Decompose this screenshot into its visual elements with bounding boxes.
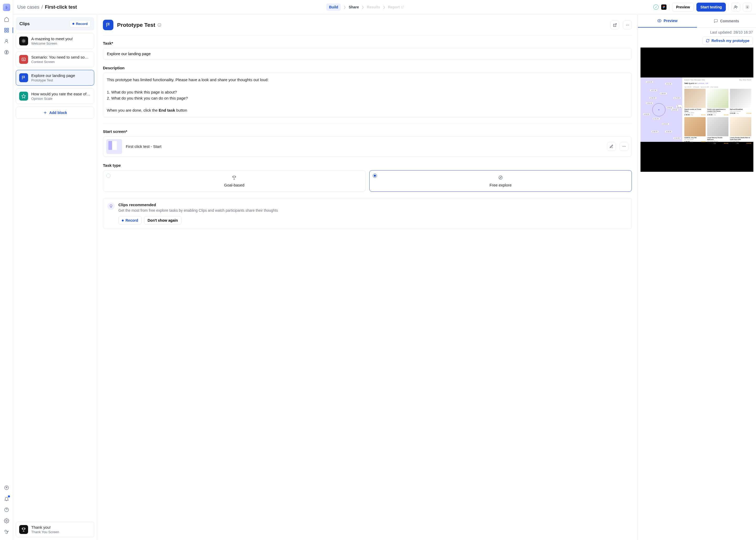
svg-point-17 — [623, 146, 623, 147]
record-dot-icon — [72, 23, 74, 25]
block-card-opinion[interactable]: How would you rate the ease of … Opinion… — [16, 88, 94, 104]
flag-icon — [19, 73, 28, 82]
lightbulb-icon — [107, 202, 115, 210]
open-external-button[interactable] — [610, 21, 619, 29]
start-testing-button[interactable]: Start testing — [697, 3, 726, 12]
svg-rect-2 — [4, 31, 6, 32]
clips-header: Clips Record — [16, 17, 94, 31]
radio-unchecked-icon — [106, 174, 111, 178]
startscreen-label: Start screen* — [103, 129, 632, 134]
context-icon — [19, 55, 28, 64]
info-icon[interactable] — [157, 23, 162, 27]
edit-startscreen-button[interactable] — [607, 142, 616, 151]
chevron-right-icon: ❯ — [362, 5, 364, 9]
task-input[interactable] — [103, 48, 632, 60]
clips-tip: Clips recommended Get the most from free… — [103, 198, 632, 229]
step-build[interactable]: Build — [326, 3, 341, 11]
tab-preview[interactable]: Preview — [638, 14, 697, 28]
clips-title: Clips — [19, 22, 30, 26]
flag-icon — [103, 20, 113, 30]
plus-icon — [43, 111, 47, 115]
nav-home[interactable] — [2, 15, 11, 24]
tip-body: Get the most from free explore tasks by … — [118, 208, 278, 213]
compass-icon — [498, 175, 503, 180]
tab-comments[interactable]: Comments — [697, 14, 756, 28]
breadcrumb-current: First-click test — [45, 4, 77, 10]
nav-settings[interactable] — [2, 516, 11, 525]
nav-billing[interactable] — [2, 48, 11, 57]
startscreen-more-button[interactable] — [619, 142, 628, 151]
last-updated: Last updated: 28/10 16:37 — [710, 30, 753, 34]
external-link-icon — [401, 6, 404, 9]
block-card-thankyou[interactable]: Thank you! Thank You Screen — [16, 522, 94, 537]
step-report: Report — [388, 5, 404, 9]
nav-participants[interactable] — [2, 37, 11, 46]
svg-point-20 — [499, 176, 502, 179]
nav-integrations[interactable] — [2, 527, 11, 536]
svg-point-11 — [23, 40, 24, 42]
editor-panel: Prototype Test Task* — [97, 14, 638, 540]
editor-title: Prototype Test — [117, 22, 607, 28]
app-logo[interactable] — [3, 4, 10, 11]
svg-point-16 — [628, 25, 629, 25]
svg-rect-1 — [7, 28, 8, 30]
nav-help[interactable] — [2, 505, 11, 514]
nav-projects[interactable] — [2, 26, 11, 35]
settings-button[interactable] — [743, 3, 752, 12]
invite-button[interactable] — [731, 3, 740, 12]
tasktype-goal[interactable]: Goal-based — [103, 170, 366, 192]
block-card-welcome[interactable]: A-mazeing to meet you! Welcome Screen — [16, 33, 94, 49]
svg-point-10 — [747, 7, 748, 8]
block-card-context[interactable]: Scenario: You need to send som… Context … — [16, 52, 94, 67]
chevron-right-icon: ❯ — [343, 5, 346, 9]
preview-panel: Preview Comments Last updated: 28/10 16:… — [638, 14, 756, 540]
svg-rect-0 — [4, 28, 6, 30]
comment-icon — [714, 19, 718, 23]
block-card-prototype[interactable]: Explore our landing page Prototype Test — [16, 70, 94, 86]
more-button[interactable] — [623, 21, 632, 29]
icon-rail — [0, 0, 13, 540]
tip-title: Clips recommended — [118, 202, 278, 207]
breadcrumb-parent[interactable]: Use cases — [17, 4, 39, 10]
add-block-button[interactable]: Add block — [16, 107, 94, 119]
nav-notifications[interactable] — [2, 494, 11, 503]
breadcrumb: Use cases / First-click test — [17, 4, 77, 10]
description-input[interactable]: This prototype has limited functionality… — [103, 73, 632, 117]
record-dot-icon — [122, 219, 124, 221]
nav-upload[interactable] — [2, 483, 11, 492]
clips-record-chip[interactable]: Record — [69, 20, 91, 27]
tasktype-free[interactable]: Free explore — [369, 170, 632, 192]
task-label: Task* — [103, 41, 632, 46]
step-results: Results — [367, 5, 380, 9]
preview-button[interactable]: Preview — [672, 3, 694, 12]
description-label: Description — [103, 66, 632, 70]
clips-panel: Clips Record A-mazeing to meet you! Welc… — [13, 14, 97, 540]
svg-point-19 — [625, 146, 625, 147]
star-icon — [19, 92, 28, 101]
start-screen-name: First click test - Start — [126, 144, 603, 149]
trophy-icon — [19, 525, 28, 534]
refresh-prototype-button[interactable]: Refresh my prototype — [702, 37, 753, 45]
welcome-icon — [19, 37, 28, 46]
step-share[interactable]: Share — [349, 5, 359, 9]
figma-icon[interactable] — [661, 4, 667, 10]
svg-point-9 — [735, 6, 736, 7]
tasktype-label: Task type — [103, 163, 632, 168]
notification-dot — [8, 495, 10, 497]
status-check-icon: ✓ — [653, 4, 659, 10]
tip-record-button[interactable]: Record — [118, 216, 142, 224]
prototype-stage[interactable]: £ 62.00£ 81.00£ 87.00£ 89.00£ 85.00£ 73.… — [640, 48, 753, 172]
eye-icon — [657, 19, 662, 23]
svg-rect-3 — [7, 31, 8, 32]
start-screen-thumbnail — [106, 139, 122, 154]
trophy-icon — [232, 175, 237, 180]
wizard-steps: Build ❯ Share ❯ Results ❯ Report — [326, 3, 404, 11]
svg-point-8 — [6, 520, 7, 522]
refresh-icon — [706, 39, 709, 43]
svg-point-15 — [627, 25, 628, 25]
svg-point-4 — [6, 39, 7, 41]
svg-rect-12 — [22, 58, 26, 61]
chevron-right-icon: ❯ — [383, 5, 385, 9]
svg-point-18 — [624, 146, 624, 147]
tip-dismiss-button[interactable]: Don't show again — [144, 216, 181, 224]
